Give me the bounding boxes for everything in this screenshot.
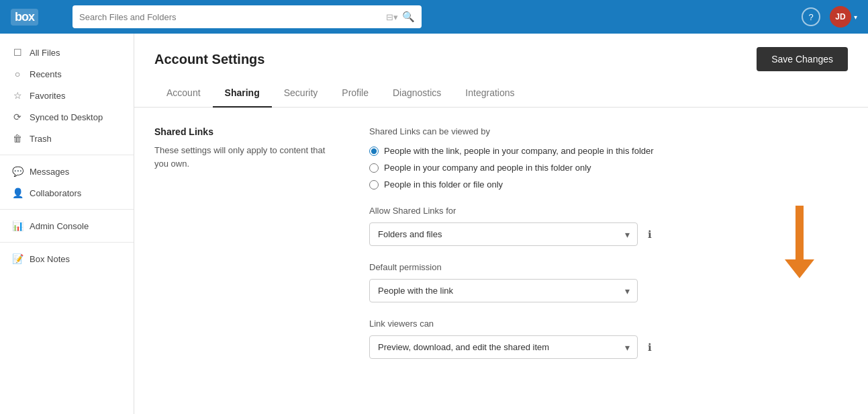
user-menu[interactable]: JD ▾: [830, 6, 857, 28]
sidebar-item-all-files[interactable]: ☐ All Files: [0, 42, 134, 63]
chevron-down-icon: ▾: [854, 13, 857, 21]
search-icon[interactable]: 🔍: [402, 11, 415, 23]
allow-shared-links-row: Folders and files Folders only Files onl…: [369, 222, 848, 246]
sidebar-item-box-notes[interactable]: 📝 Box Notes: [0, 248, 134, 270]
tab-account[interactable]: Account: [154, 79, 213, 108]
radio-option-1[interactable]: People with the link, people in your com…: [369, 146, 848, 156]
sidebar: ☐ All Files ○ Recents ☆ Favorites ⟳ Sync…: [0, 34, 134, 414]
help-icon: ?: [808, 12, 813, 22]
content-inner: Shared Links These settings will only ap…: [134, 108, 868, 394]
sidebar-label-recents: Recents: [30, 69, 62, 79]
radio-label-1: People with the link, people in your com…: [384, 146, 654, 156]
sidebar-divider: [0, 155, 134, 155]
sidebar-label-messages: Messages: [30, 167, 69, 177]
sync-icon: ⟳: [12, 112, 23, 122]
link-viewers-label: Link viewers can: [369, 319, 848, 329]
visibility-radio-group: People with the link, people in your com…: [369, 146, 848, 190]
sidebar-item-collaborators[interactable]: 👤 Collaborators: [0, 182, 134, 204]
sidebar-item-trash[interactable]: 🗑 Trash: [0, 128, 134, 149]
link-viewers-info-icon[interactable]: ℹ: [643, 341, 657, 354]
radio-option-2[interactable]: People in your company and people in thi…: [369, 163, 848, 173]
content-header: Account Settings Save Changes: [134, 34, 868, 71]
left-panel: Shared Links These settings will only ap…: [154, 126, 329, 375]
default-permission-label: Default permission: [369, 262, 848, 272]
radio-input-2[interactable]: [369, 163, 379, 173]
tab-sharing[interactable]: Sharing: [213, 79, 272, 108]
collaborators-icon: 👤: [12, 188, 23, 198]
can-be-viewed-by-label: Shared Links can be viewed by: [369, 126, 848, 136]
sidebar-label-synced: Synced to Desktop: [30, 112, 103, 122]
sidebar-item-favorites[interactable]: ☆ Favorites: [0, 85, 134, 106]
sidebar-label-trash: Trash: [30, 134, 52, 144]
sidebar-label-admin: Admin Console: [30, 221, 89, 231]
radio-option-3[interactable]: People in this folder or file only: [369, 179, 848, 190]
sidebar-label-collaborators: Collaborators: [30, 188, 81, 198]
clock-icon: ○: [12, 69, 23, 79]
link-viewers-select[interactable]: Preview, download, and edit the shared i…: [369, 335, 638, 359]
sidebar-item-admin[interactable]: 📊 Admin Console: [0, 215, 134, 237]
sidebar-divider-3: [0, 242, 134, 243]
allow-shared-links-label: Allow Shared Links for: [369, 206, 848, 216]
nav-right: ? JD ▾: [802, 6, 857, 28]
default-permission-group: Default permission People with the link …: [369, 262, 848, 302]
allow-shared-links-group: Allow Shared Links for Folders and files…: [369, 206, 848, 246]
avatar: JD: [830, 6, 851, 28]
search-icons: ⊟▾ 🔍: [386, 11, 415, 23]
tab-profile[interactable]: Profile: [330, 79, 381, 108]
page-title: Account Settings: [154, 52, 264, 67]
star-icon: ☆: [12, 90, 23, 101]
tab-diagnostics[interactable]: Diagnostics: [381, 79, 453, 108]
section-title: Shared Links: [154, 126, 329, 137]
radio-input-1[interactable]: [369, 147, 379, 156]
section-desc: These settings will only apply to conten…: [154, 144, 329, 170]
allow-shared-links-select-wrap: Folders and files Folders only Files onl…: [369, 222, 638, 246]
sidebar-divider-2: [0, 209, 134, 210]
right-panel: Shared Links can be viewed by People wit…: [369, 126, 848, 375]
admin-icon: 📊: [12, 220, 23, 231]
save-changes-button[interactable]: Save Changes: [757, 47, 848, 71]
sidebar-label-box-notes: Box Notes: [30, 254, 70, 264]
notes-icon: 📝: [12, 253, 23, 264]
link-viewers-row: Preview, download, and edit the shared i…: [369, 335, 848, 359]
logo[interactable]: box: [11, 9, 64, 26]
radio-input-3[interactable]: [369, 180, 379, 190]
logo-text: box: [11, 9, 38, 26]
search-input[interactable]: [79, 12, 381, 22]
sidebar-label-all-files: All Files: [30, 48, 60, 58]
tab-integrations[interactable]: Integrations: [453, 79, 526, 108]
default-permission-select-wrap: People with the link People in your comp…: [369, 279, 638, 302]
search-bar[interactable]: ⊟▾ 🔍: [73, 5, 422, 28]
sidebar-item-messages[interactable]: 💬 Messages: [0, 161, 134, 182]
file-icon: ☐: [12, 47, 23, 58]
filter-icon[interactable]: ⊟▾: [386, 12, 398, 22]
default-permission-select[interactable]: People with the link People in your comp…: [369, 279, 638, 302]
content-body: Shared Links These settings will only ap…: [134, 108, 868, 394]
allow-shared-links-select[interactable]: Folders and files Folders only Files onl…: [369, 222, 638, 246]
tabs: Account Sharing Security Profile Diagnos…: [134, 79, 868, 108]
radio-label-3: People in this folder or file only: [384, 179, 503, 190]
link-viewers-group: Link viewers can Preview, download, and …: [369, 319, 848, 359]
default-permission-row: People with the link People in your comp…: [369, 279, 848, 302]
messages-icon: 💬: [12, 166, 23, 177]
top-nav: box ⊟▾ 🔍 ? JD ▾: [0, 0, 868, 34]
help-button[interactable]: ?: [802, 7, 820, 26]
trash-icon: 🗑: [12, 133, 23, 144]
main-content: Account Settings Save Changes Account Sh…: [134, 34, 868, 414]
sidebar-item-synced[interactable]: ⟳ Synced to Desktop: [0, 106, 134, 128]
sidebar-label-favorites: Favorites: [30, 91, 65, 101]
link-viewers-select-wrap: Preview, download, and edit the shared i…: [369, 335, 638, 359]
radio-label-2: People in your company and people in thi…: [384, 163, 591, 173]
tab-security[interactable]: Security: [272, 79, 330, 108]
allow-shared-links-info-icon[interactable]: ℹ: [643, 228, 657, 241]
main-layout: ☐ All Files ○ Recents ☆ Favorites ⟳ Sync…: [0, 34, 868, 414]
sidebar-item-recents[interactable]: ○ Recents: [0, 63, 134, 85]
